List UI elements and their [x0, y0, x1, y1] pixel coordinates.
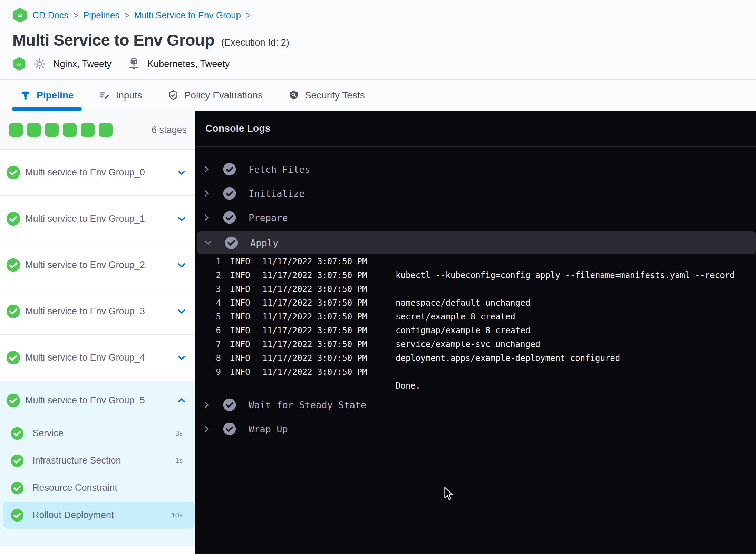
log-level: INFO — [221, 353, 262, 363]
stage-step-row[interactable]: Infrastructure Section1s — [0, 447, 195, 474]
success-check-icon — [6, 211, 21, 226]
stage-row[interactable]: Multi service to Env Group_2 — [0, 242, 195, 288]
log-line-number: 7 — [206, 340, 221, 349]
log-level: INFO — [221, 326, 262, 335]
step-success-check-icon — [223, 398, 236, 412]
log-level: INFO — [221, 257, 262, 266]
log-timestamp: 11/17/2022 3:07:50 PM — [262, 340, 396, 349]
tab-label: Pipeline — [37, 90, 74, 101]
chevron-down-icon[interactable] — [176, 306, 187, 317]
svg-text:∞: ∞ — [17, 61, 22, 68]
log-line-number: 3 — [206, 284, 221, 294]
tab-inputs[interactable]: Inputs — [91, 80, 150, 111]
log-level: INFO — [221, 367, 262, 377]
log-line: Done. — [195, 379, 756, 393]
stage-row[interactable]: Multi service to Env Group_5 — [0, 381, 195, 420]
step-duration: 3s — [175, 429, 183, 437]
console-logs-title: Console Logs — [205, 123, 271, 134]
console-steps: Fetch FilesInitializePrepareApply1INFO11… — [195, 147, 756, 441]
stage-label: Multi service to Env Group_1 — [25, 213, 145, 224]
chevron-right-icon[interactable] — [202, 189, 211, 198]
log-line-number: 4 — [206, 298, 221, 308]
success-check-icon — [6, 165, 21, 180]
console-titlebar: Console Logs — [195, 111, 756, 147]
page-header: ∞ CD Docs > Pipelines > Multi Service to… — [0, 0, 756, 79]
stage-list: Multi service to Env Group_0Multi servic… — [0, 150, 195, 546]
stage-progress-square — [27, 123, 41, 137]
console-step-collapsed[interactable]: Initialize — [195, 181, 756, 206]
chevron-down-icon[interactable] — [176, 168, 187, 178]
mouse-cursor — [444, 487, 453, 502]
tab-label: Security Tests — [305, 90, 365, 101]
console-step-label: Wrap Up — [249, 424, 288, 434]
log-line: 4INFO11/17/2022 3:07:50 PMnamespace/defa… — [195, 296, 756, 310]
success-check-icon — [10, 427, 24, 440]
console-step-collapsed[interactable]: Fetch Files — [195, 157, 756, 181]
step-success-check-icon — [223, 162, 236, 176]
success-check-icon — [6, 304, 21, 319]
execution-id: (Execution Id: 2) — [221, 37, 289, 48]
chevron-right-icon[interactable] — [202, 424, 211, 433]
log-line: 5INFO11/17/2022 3:07:50 PMsecret/example… — [195, 310, 756, 324]
stage-step-row[interactable]: Service3s — [0, 420, 195, 447]
expanded-stage-group: Multi service to Env Group_5Service3sInf… — [0, 381, 195, 546]
console-step-expanded[interactable]: Apply — [197, 231, 756, 254]
log-line-number: 9 — [206, 367, 221, 377]
chevron-up-icon[interactable] — [176, 395, 187, 405]
chevron-right-icon[interactable] — [202, 165, 211, 174]
log-level: INFO — [221, 298, 262, 308]
stage-row[interactable]: Multi service to Env Group_4 — [0, 335, 195, 381]
stage-progress-squares — [9, 123, 113, 137]
chevron-right-icon[interactable] — [202, 213, 211, 222]
tab-policy-evaluations[interactable]: Policy Evaluations — [159, 80, 271, 111]
chevron-down-icon[interactable] — [204, 238, 213, 247]
chevron-down-icon[interactable] — [176, 353, 187, 363]
infrastructure-label: Kubernetes, Tweety — [147, 59, 230, 69]
console-step-label: Fetch Files — [249, 164, 310, 175]
tab-pipeline[interactable]: Pipeline — [12, 80, 82, 111]
log-timestamp: 11/17/2022 3:07:50 PM — [262, 257, 396, 266]
chevron-down-icon[interactable] — [176, 260, 187, 270]
log-message: configmap/example-8 created — [396, 326, 756, 335]
log-message: namespace/default unchanged — [396, 298, 756, 308]
stage-label: Multi service to Env Group_0 — [25, 167, 145, 178]
chevron-down-icon[interactable] — [176, 214, 187, 224]
log-timestamp: 11/17/2022 3:07:50 PM — [262, 270, 396, 280]
success-check-icon — [6, 350, 21, 365]
stage-step-row[interactable]: Rollout Deployment10s — [3, 502, 195, 529]
log-line-number: 6 — [206, 326, 221, 335]
shield-search-icon — [288, 90, 299, 101]
step-label: Resource Constraint — [32, 483, 117, 493]
stage-row[interactable]: Multi service to Env Group_0 — [0, 150, 195, 196]
tab-label: Policy Evaluations — [184, 90, 263, 101]
console-step-collapsed[interactable]: Wrap Up — [195, 417, 756, 441]
stage-label: Multi service to Env Group_5 — [25, 395, 145, 406]
stage-row[interactable]: Multi service to Env Group_3 — [0, 288, 195, 335]
log-message: service/example-svc unchanged — [396, 340, 756, 349]
log-message: secret/example-8 created — [396, 312, 756, 322]
breadcrumb-cd-docs[interactable]: CD Docs — [32, 10, 68, 21]
stages-count: 6 stages — [152, 125, 187, 135]
stage-row[interactable]: Multi service to Env Group_1 — [0, 196, 195, 242]
breadcrumb-pipelines[interactable]: Pipelines — [83, 10, 120, 21]
step-success-check-icon — [224, 236, 238, 250]
console-step-collapsed[interactable]: Wait for Steady State — [195, 393, 756, 417]
tab-label: Inputs — [116, 90, 142, 101]
stage-progress-square — [9, 123, 23, 137]
console-log-lines: 1INFO11/17/2022 3:07:50 PM2INFO11/17/202… — [195, 255, 756, 393]
svg-text:∞: ∞ — [18, 11, 23, 19]
console-step-label: Prepare — [249, 212, 288, 223]
success-check-icon — [10, 454, 24, 468]
step-success-check-icon — [223, 187, 236, 200]
tab-security-tests[interactable]: Security Tests — [280, 80, 373, 111]
breadcrumb-separator: > — [124, 10, 129, 20]
stage-progress-square — [45, 123, 59, 137]
log-timestamp: 11/17/2022 3:07:50 PM — [262, 284, 396, 294]
console-step-collapsed[interactable]: Prepare — [195, 206, 756, 230]
chevron-right-icon[interactable] — [202, 400, 211, 409]
step-success-check-icon — [223, 211, 236, 225]
breadcrumb-pipeline-name[interactable]: Multi Service to Env Group — [134, 10, 241, 21]
log-message: deployment.apps/example-deployment confi… — [396, 353, 756, 363]
log-line: 2INFO11/17/2022 3:07:50 PMkubectl --kube… — [195, 268, 756, 282]
stage-step-row[interactable]: Resource Constraint — [0, 474, 195, 502]
